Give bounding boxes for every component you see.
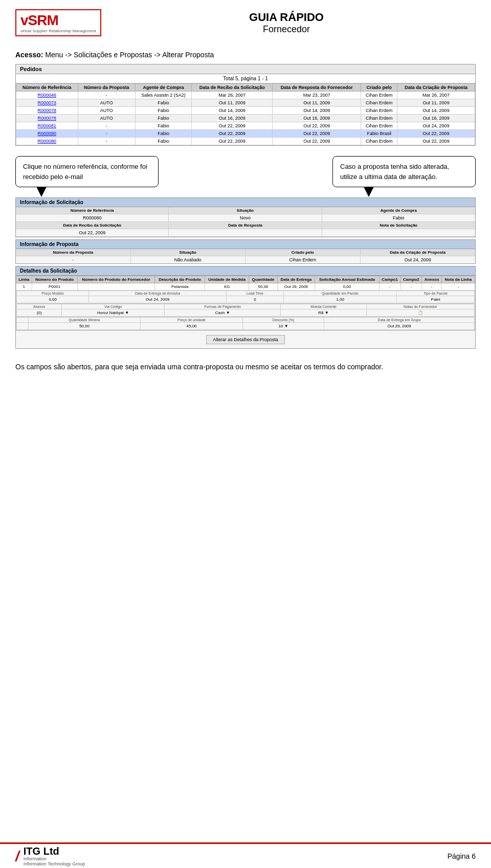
- details-col-header: Solicitação Annual Estimada: [315, 276, 380, 283]
- sub-value[interactable]: 45,00: [141, 323, 243, 330]
- sol-info-row: Número de ReferênciaR000080SituaçãoNovoA…: [16, 207, 475, 222]
- sol-info-title: Informação de Solicitação: [16, 198, 475, 207]
- footer-logo-text: ITG Ltd Information Information Technolo…: [24, 846, 85, 866]
- sub-value[interactable]: Cash ▼: [165, 309, 281, 317]
- sub-label: Formas de Pagamento: [165, 304, 281, 309]
- sol-value: R000080: [16, 214, 168, 221]
- col-criado: Criado pelo: [361, 84, 397, 92]
- details-cell: 50,00: [249, 283, 277, 291]
- table-header-row: Número de Referência Número da Proposta …: [16, 84, 475, 92]
- ref-link[interactable]: R000080: [38, 131, 57, 136]
- sub-value[interactable]: Out 29, 2009: [324, 323, 475, 330]
- sub-value[interactable]: 📋: [366, 309, 474, 317]
- details-col-header: Nota da Linha: [442, 276, 475, 283]
- details-cell: -: [422, 283, 442, 291]
- details-table: LinhaNúmero do ProdutoNúmero do Produto …: [16, 276, 475, 330]
- details-col-header: Anexos: [422, 276, 442, 283]
- ref-link[interactable]: R000078: [38, 108, 57, 113]
- prop-label: Situação: [131, 249, 246, 256]
- sol-value: Out 22, 2009: [16, 229, 168, 236]
- details-col-header: Linha: [16, 276, 32, 283]
- details-section: Detalhes da Solicitação LinhaNúmero do P…: [15, 266, 476, 349]
- prop-label: Data da Criação de Proposta: [361, 249, 476, 256]
- sub-label: Lead Time: [227, 291, 284, 296]
- details-cell: -: [442, 283, 475, 291]
- sol-info-cell: Número de ReferênciaR000080: [16, 207, 169, 221]
- access-path: Menu -> Solicitações e Propostas -> Alte…: [45, 51, 214, 59]
- sub-label: [17, 318, 29, 323]
- sub-value[interactable]: 0: [227, 296, 284, 303]
- details-cell: -: [400, 283, 422, 291]
- sol-label: Data de Resposta: [169, 222, 321, 229]
- sub-value: (0): [17, 309, 62, 317]
- details-sub-cell: Preço ModeloData de Entrega de AmostraLe…: [16, 291, 475, 304]
- sub-value[interactable]: 50,00: [28, 323, 141, 330]
- sub-label: Tipo de Pacote: [397, 291, 475, 296]
- table-row: R000080-FabioOut 22, 2009Out 22, 2009Fab…: [16, 130, 475, 138]
- sub-value[interactable]: Horoz Nakliyat ▼: [62, 309, 165, 317]
- details-sub-cell: AnexosVia CódigoFormas de PagamentoMoeda…: [16, 304, 475, 317]
- table-row: R000080-FabioOut 22, 2009Out 22, 2009Cih…: [16, 138, 475, 145]
- prop-label: Número da Proposta: [16, 249, 130, 256]
- details-col-header: Unidade de Medida: [205, 276, 249, 283]
- logo-box: vSRM virtual Supplier Relationship Manag…: [15, 9, 101, 36]
- details-col-header: Quantidade: [249, 276, 277, 283]
- prop-value: Não Avaliado: [131, 256, 246, 263]
- sol-info-cell: Data de Resposta: [169, 222, 322, 236]
- footer-page: Página 6: [448, 852, 476, 860]
- details-cell: Pelamida: [155, 283, 205, 291]
- sol-value: Novo: [169, 214, 321, 221]
- breadcrumb: Acesso: Menu -> Solicitações e Propostas…: [0, 41, 491, 64]
- prop-label: Criado pelo: [246, 249, 360, 256]
- prop-info-cell: SituaçãoNão Avaliado: [131, 249, 246, 263]
- total-line: Total 5, página 1 - 1: [16, 74, 475, 83]
- ref-link[interactable]: R000081: [38, 123, 57, 128]
- sub-label: Quantidade Mínima: [28, 318, 141, 323]
- prop-value: Cihan Erdem: [246, 256, 360, 263]
- page-title-area: GUIA RÁPIDO Fornecedor: [97, 11, 476, 35]
- ref-link[interactable]: R000078: [38, 116, 57, 121]
- details-cell: -: [379, 283, 400, 291]
- footer-info: Information: [24, 856, 85, 861]
- details-sub-cell: Quantidade MínimaPreço de unidadeDescont…: [16, 317, 475, 330]
- details-col-header: Data de Entrega: [277, 276, 315, 283]
- details-header: LinhaNúmero do ProdutoNúmero do Produto …: [16, 276, 475, 283]
- sol-info-cell: Nota de Solicitação: [322, 222, 475, 236]
- footer-group: Information Technology Group: [24, 861, 85, 866]
- sub-value[interactable]: 1,00: [283, 296, 396, 303]
- sol-info-cell: SituaçãoNovo: [169, 207, 322, 221]
- prop-info-grid: Número da Proposta-SituaçãoNão AvaliadoC…: [16, 249, 475, 263]
- page-header: vSRM virtual Supplier Relationship Manag…: [0, 0, 491, 41]
- sub-value[interactable]: 10 ▼: [242, 323, 324, 330]
- sub-label: Preço de unidade: [141, 318, 243, 323]
- pedidos-title: Pedidos: [16, 64, 475, 74]
- sub-label: Notas do Fornecedor: [366, 304, 474, 309]
- details-title: Detalhes da Solicitação: [16, 266, 475, 276]
- sol-info-row: Data de Recibo da SolicitaçãoOut 22, 200…: [16, 222, 475, 237]
- table-row: R000073AUTOFabioOut 11, 2009Out 11, 2009…: [16, 99, 475, 107]
- sol-label: Agente de Compra: [322, 207, 475, 214]
- sub-value: 0,00: [17, 296, 89, 303]
- prop-info-row: Número da Proposta-SituaçãoNão AvaliadoC…: [16, 249, 475, 263]
- pedidos-section: Pedidos Total 5, página 1 - 1 Número de …: [15, 64, 476, 146]
- footer-company: ITG Ltd: [24, 846, 85, 856]
- details-main-row: 1P0001PelamidaKG50,00Out 29, 20090,00---…: [16, 283, 475, 291]
- col-proposta: Número da Proposta: [78, 84, 135, 92]
- sol-value: [169, 229, 321, 231]
- sol-info-cell: Agente de CompraFabio: [322, 207, 475, 221]
- bottom-text-content: Os campos são abertos, para que seja env…: [15, 363, 383, 371]
- prop-value: Out 24, 2009: [361, 256, 476, 263]
- sol-label: Número de Referência: [16, 207, 168, 214]
- prop-info-section: Informação de Proposta Número da Propost…: [15, 239, 476, 264]
- sol-label: Situação: [169, 207, 321, 214]
- ref-link[interactable]: R000080: [38, 139, 57, 144]
- sol-label: Data de Recibo da Solicitação: [16, 222, 168, 229]
- ref-link[interactable]: R000073: [38, 100, 57, 105]
- sub-value[interactable]: R$ ▼: [281, 309, 366, 317]
- alterar-button[interactable]: Alterar as Detalhes da Proposta: [206, 335, 285, 344]
- sub-value[interactable]: Out 24, 2009: [89, 296, 227, 303]
- ref-link[interactable]: R000046: [38, 93, 57, 98]
- access-label: Acesso:: [15, 51, 43, 59]
- callout-left: Clique no número referência, conforme fo…: [15, 156, 159, 187]
- sub-value[interactable]: Palet: [397, 296, 475, 303]
